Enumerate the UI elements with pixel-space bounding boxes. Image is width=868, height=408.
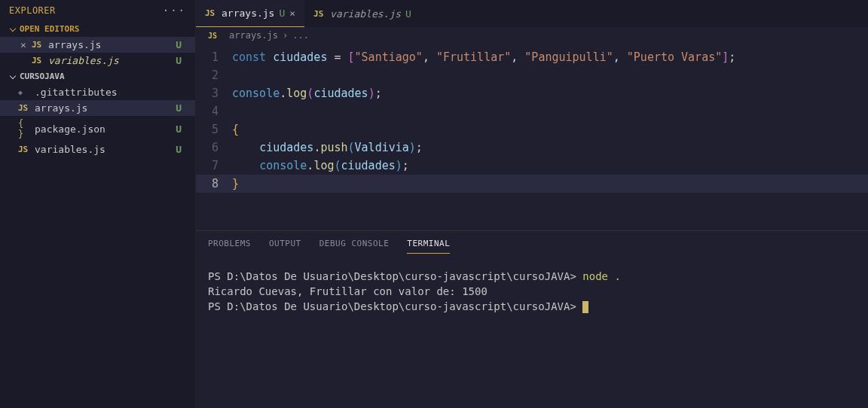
open-editors-label: OPEN EDITORS [20,24,79,34]
breadcrumb-rest: ... [292,30,309,41]
terminal-command: node . [582,270,621,282]
js-icon: JS [205,8,217,18]
code-line[interactable]: 6 ciudades.push(Valdivia); [196,139,868,157]
editor-tabs: JSarrays.jsU×JSvariables.jsU [196,0,868,27]
open-editors-section[interactable]: OPEN EDITORS [0,21,195,37]
file-item[interactable]: { }package.jsonU [0,116,195,142]
file-name: package.json [35,123,176,135]
close-icon[interactable]: × [289,8,295,19]
explorer-sidebar: EXPLORER ··· OPEN EDITORS ×JSarrays.jsUJ… [0,0,196,408]
code-line[interactable]: 1const ciudades = ["Santiago", "Frutilla… [196,48,868,66]
file-name: variables.js [35,144,176,155]
code-line[interactable]: 5{ [196,120,868,139]
folder-label: CURSOJAVA [20,72,65,81]
js-icon: JS [32,40,44,50]
js-icon: JS [18,103,30,113]
panel-tab-debug-console[interactable]: DEBUG CONSOLE [319,239,390,254]
line-number: 4 [196,102,232,120]
explorer-header: EXPLORER ··· [0,0,195,21]
code-line[interactable]: 3console.log(ciudades); [196,84,868,102]
panel-tab-output[interactable]: OUTPUT [269,239,301,254]
code-line[interactable]: 4 [196,102,868,120]
js-icon: JS [32,56,44,65]
breadcrumb-sep: › [283,30,288,41]
file-icon: ◈ [18,88,30,96]
line-number: 8 [196,175,232,193]
breadcrumb-file: arrays.js [229,30,278,41]
line-number: 1 [196,48,232,66]
panel-tab-terminal[interactable]: TERMINAL [407,239,450,254]
code-line[interactable]: 7 console.log(ciudades); [196,157,868,175]
folder-section[interactable]: CURSOJAVA [0,69,195,84]
file-name: arrays.js [48,39,176,50]
tab-name: variables.js [330,8,401,20]
git-status: U [176,144,182,155]
git-status: U [176,102,182,114]
js-icon: JS [313,9,326,19]
bottom-panel: PROBLEMSOUTPUTDEBUG CONSOLETERMINAL PS D… [196,230,868,408]
code-editor[interactable]: 1const ciudades = ["Santiago", "Frutilla… [196,44,868,230]
chevron-down-icon [10,25,16,31]
file-item[interactable]: JSvariables.jsU [0,142,195,157]
file-name: arrays.js [35,102,176,114]
terminal-cursor [582,301,588,313]
chevron-down-icon [10,72,16,78]
file-name: variables.js [48,55,176,66]
terminal-line: Ricardo Cuevas, Frutillar con valor de: … [208,285,487,297]
git-status: U [279,8,285,19]
terminal-prompt: PS D:\Datos De Usuario\Desktop\curso-jav… [208,300,582,312]
file-item[interactable]: JSarrays.jsU [0,100,195,116]
terminal-prompt: PS D:\Datos De Usuario\Desktop\curso-jav… [208,270,582,282]
code-line[interactable]: 2 [196,66,868,84]
code-line[interactable]: 8} [196,175,868,193]
js-icon: JS [18,145,30,154]
editor-area: JSarrays.jsU×JSvariables.jsU JS arrays.j… [196,0,868,408]
git-status: U [176,39,182,50]
json-icon: { } [18,118,30,139]
more-icon[interactable]: ··· [163,5,186,17]
file-name: .gitattributes [35,87,182,98]
panel-tab-problems[interactable]: PROBLEMS [208,239,251,254]
terminal-output[interactable]: PS D:\Datos De Usuario\Desktop\curso-jav… [196,254,868,329]
editor-tab[interactable]: JSvariables.jsU [304,0,425,27]
panel-tabs: PROBLEMSOUTPUTDEBUG CONSOLETERMINAL [196,231,868,254]
line-number: 5 [196,120,232,139]
git-status: U [176,123,182,135]
breadcrumb[interactable]: JS arrays.js › ... [196,27,868,44]
line-number: 2 [196,66,232,84]
explorer-title: EXPLORER [9,5,56,16]
git-status: U [176,55,182,66]
open-editor-item[interactable]: JSvariables.jsU [0,53,195,69]
file-item[interactable]: ◈.gitattributes [0,84,195,100]
line-number: 6 [196,139,232,157]
tab-name: arrays.js [222,8,274,19]
js-icon: JS [208,32,220,40]
editor-tab[interactable]: JSarrays.jsU× [196,0,304,27]
close-icon[interactable]: × [18,39,29,50]
line-number: 7 [196,157,232,175]
line-number: 3 [196,84,232,102]
open-editor-item[interactable]: ×JSarrays.jsU [0,37,195,53]
git-status: U [405,8,411,20]
